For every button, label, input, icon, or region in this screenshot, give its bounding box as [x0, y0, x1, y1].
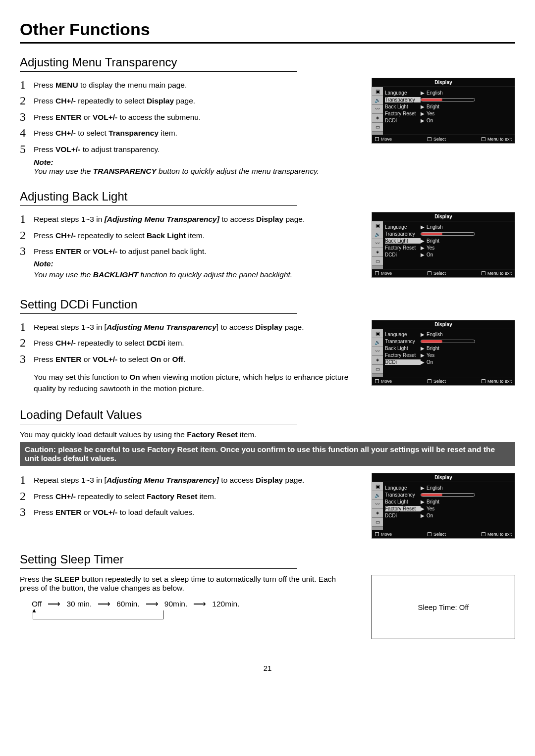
arrow-right-icon: ⟶	[146, 599, 159, 609]
section-header: Setting DCDi Function	[20, 298, 297, 314]
step-text: Press CH+/- repeatedly to select Factory…	[34, 489, 357, 502]
page-title: Other Functions	[20, 20, 515, 44]
step-number: 3	[20, 352, 34, 365]
step-text: Press ENTER or VOL+/- to adjust panel ba…	[34, 244, 357, 280]
step-number: 4	[20, 126, 34, 139]
step-text: Press CH+/- repeatedly to select DCDi it…	[34, 336, 357, 349]
step-number: 2	[20, 94, 34, 106]
section-backlight: Adjusting Back Light 1Repeat steps 1~3 i…	[20, 190, 515, 283]
osd-tab-icon: ✶	[372, 114, 383, 123]
osd-tab-icon: 〰	[372, 105, 383, 114]
step-text: Repeat steps 1~3 in [Adjusting Menu Tran…	[34, 473, 357, 486]
step-number: 1	[20, 320, 34, 333]
step-text: Press CH+/- to select Transparency item.	[34, 126, 357, 139]
osd-display-dcdi: Display ▣🔊〰✶▭ Language▶English Transpare…	[372, 320, 515, 386]
step-number: 1	[20, 212, 34, 225]
section-dcdi: Setting DCDi Function 1Repeat steps 1~3 …	[20, 298, 515, 394]
section-header: Setting Sleep Timer	[20, 553, 297, 569]
step-text: Press ENTER or VOL+/- to select On or Of…	[34, 352, 357, 365]
page-number: 21	[20, 664, 515, 672]
step-number: 2	[20, 228, 34, 241]
section-header: Adjusting Back Light	[20, 190, 297, 206]
step-number: 3	[20, 505, 34, 518]
loop-back-line	[33, 610, 163, 619]
step-text: Press ENTER or VOL+/- to access the subm…	[34, 110, 357, 123]
step-text: Press MENU to display the menu main page…	[34, 78, 357, 91]
caution-box: Caution: please be careful to use Factor…	[20, 442, 515, 466]
section-header: Adjusting Menu Transparency	[20, 55, 297, 72]
step-number: 1	[20, 78, 34, 91]
step-number: 2	[20, 336, 34, 349]
sleep-text: Press the SLEEP button repeatedly to set…	[20, 575, 357, 593]
arrow-right-icon: ⟶	[193, 599, 206, 609]
step-text: Repeat steps 1~3 in [Adjusting Menu Tran…	[34, 320, 357, 333]
note: Note: You may use the TRANSPARENCY butto…	[34, 158, 357, 176]
step-text: Press VOL+/- to adjust transparency.	[34, 142, 357, 155]
step-text: Press ENTER or VOL+/- to load default va…	[34, 505, 357, 518]
osd-tab-icon: ▭	[372, 123, 383, 132]
section-transparency: Adjusting Menu Transparency 1Press MENU …	[20, 55, 515, 176]
step-number: 3	[20, 244, 34, 257]
step-number: 3	[20, 110, 34, 123]
arrow-right-icon: ⟶	[98, 599, 110, 609]
step-number: 5	[20, 142, 34, 155]
step-text: Repeat steps 1~3 in [Adjusting Menu Tran…	[34, 212, 357, 225]
osd-display-transparency: Display ▣🔊〰✶▭ Language▶English Transpare…	[372, 78, 515, 144]
step-number: 2	[20, 489, 34, 502]
section-default: Loading Default Values You may quickly l…	[20, 408, 515, 539]
section-sleep: Setting Sleep Timer Press the SLEEP butt…	[20, 553, 515, 639]
osd-display-backlight: Display ▣🔊〰✶▭ Language▶English Transpare…	[372, 212, 515, 278]
arrow-right-icon: ⟶	[48, 599, 60, 609]
sleep-time-display: Sleep Time: Off	[372, 575, 515, 639]
osd-tab-icon: 🔊	[372, 96, 383, 105]
section-header: Loading Default Values	[20, 408, 297, 424]
step-number: 1	[20, 473, 34, 486]
osd-tab-icon: ▣	[372, 87, 383, 96]
extra-text: You may set this function to On when vie…	[34, 370, 357, 394]
osd-display-factory-reset: Display ▣🔊〰✶▭ Language▶English Transpare…	[372, 473, 515, 539]
step-text: Press CH+/- repeatedly to select Back Li…	[34, 228, 357, 241]
intro-text: You may quickly load default values by u…	[20, 430, 515, 439]
step-text: Press CH+/- repeatedly to select Display…	[34, 94, 357, 106]
sleep-flow: Off⟶ 30 min.⟶ 60min.⟶ 90min.⟶ 120min. ▲	[29, 599, 357, 619]
slider-icon	[421, 98, 475, 101]
